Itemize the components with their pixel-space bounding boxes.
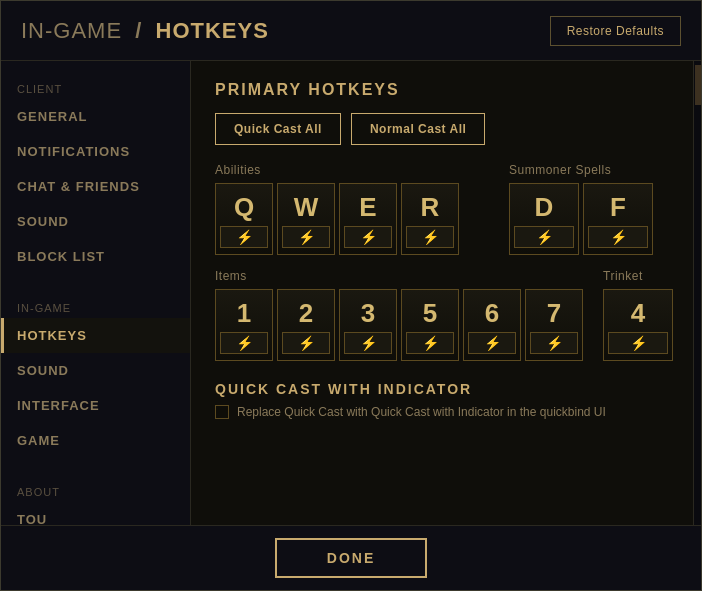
sidebar-item-general[interactable]: GENERAL [1, 99, 190, 134]
abilities-group: Abilities Q ⚡ W ⚡ E ⚡ [215, 163, 489, 255]
key-2-letter: 2 [299, 300, 313, 326]
ability-keys-row: Q ⚡ W ⚡ E ⚡ R ⚡ [215, 183, 489, 255]
sidebar-item-game[interactable]: GAME [1, 423, 190, 458]
summoner-spells-group: Summoner Spells D ⚡ F ⚡ [509, 163, 669, 255]
sidebar-item-notifications[interactable]: NOTIFICATIONS [1, 134, 190, 169]
qci-title: QUICK CAST WITH INDICATOR [215, 381, 669, 397]
key-1-lightning: ⚡ [220, 332, 268, 354]
items-trinket-row: Items 1 ⚡ 2 ⚡ 3 ⚡ [215, 269, 669, 361]
abilities-summoner-row: Abilities Q ⚡ W ⚡ E ⚡ [215, 163, 669, 255]
app-window: IN-GAME / HOTKEYS Restore Defaults Clien… [0, 0, 702, 591]
breadcrumb-slash: / [135, 18, 142, 43]
items-group: Items 1 ⚡ 2 ⚡ 3 ⚡ [215, 269, 583, 361]
key-7-letter: 7 [547, 300, 561, 326]
key-d[interactable]: D ⚡ [509, 183, 579, 255]
key-f-lightning: ⚡ [588, 226, 648, 248]
key-5-letter: 5 [423, 300, 437, 326]
key-1[interactable]: 1 ⚡ [215, 289, 273, 361]
sidebar-item-block-list[interactable]: BLOCK LIST [1, 239, 190, 274]
breadcrumb-ingame: IN-GAME [21, 18, 122, 43]
normal-cast-all-button[interactable]: Normal Cast All [351, 113, 485, 145]
key-d-letter: D [535, 194, 554, 220]
key-r-lightning: ⚡ [406, 226, 454, 248]
key-4[interactable]: 4 ⚡ [603, 289, 673, 361]
key-4-lightning: ⚡ [608, 332, 668, 354]
primary-hotkeys-title: PRIMARY HOTKEYS [215, 81, 669, 99]
key-f[interactable]: F ⚡ [583, 183, 653, 255]
key-w-letter: W [294, 194, 319, 220]
about-section-label: About [1, 474, 190, 502]
key-q-letter: Q [234, 194, 254, 220]
footer: DONE [1, 525, 701, 590]
summoner-spells-label: Summoner Spells [509, 163, 669, 177]
trinket-label: Trinket [603, 269, 673, 283]
key-4-letter: 4 [631, 300, 645, 326]
key-q-lightning: ⚡ [220, 226, 268, 248]
quick-cast-indicator-section: QUICK CAST WITH INDICATOR Replace Quick … [215, 381, 669, 419]
key-e-letter: E [359, 194, 376, 220]
scrollbar-track[interactable] [693, 61, 701, 525]
sidebar-item-tou[interactable]: TOU [1, 502, 190, 525]
trinket-group: Trinket 4 ⚡ [603, 269, 673, 361]
key-2-lightning: ⚡ [282, 332, 330, 354]
key-r-letter: R [421, 194, 440, 220]
key-6-letter: 6 [485, 300, 499, 326]
client-section-label: Client [1, 71, 190, 99]
key-e-lightning: ⚡ [344, 226, 392, 248]
key-1-letter: 1 [237, 300, 251, 326]
key-6[interactable]: 6 ⚡ [463, 289, 521, 361]
key-3-letter: 3 [361, 300, 375, 326]
key-3-lightning: ⚡ [344, 332, 392, 354]
key-w[interactable]: W ⚡ [277, 183, 335, 255]
qci-checkbox[interactable] [215, 405, 229, 419]
trinket-keys-row: 4 ⚡ [603, 289, 673, 361]
key-7[interactable]: 7 ⚡ [525, 289, 583, 361]
sidebar-item-sound-client[interactable]: SOUND [1, 204, 190, 239]
abilities-label: Abilities [215, 163, 489, 177]
key-w-lightning: ⚡ [282, 226, 330, 248]
key-e[interactable]: E ⚡ [339, 183, 397, 255]
cast-buttons-row: Quick Cast All Normal Cast All [215, 113, 669, 145]
key-3[interactable]: 3 ⚡ [339, 289, 397, 361]
key-f-letter: F [610, 194, 626, 220]
breadcrumb-section: HOTKEYS [156, 18, 269, 43]
item-keys-row: 1 ⚡ 2 ⚡ 3 ⚡ 5 ⚡ [215, 289, 583, 361]
ingame-section-label: In-Game [1, 290, 190, 318]
key-q[interactable]: Q ⚡ [215, 183, 273, 255]
scrollbar-thumb[interactable] [695, 65, 701, 105]
restore-defaults-button[interactable]: Restore Defaults [550, 16, 681, 46]
body: Client GENERAL NOTIFICATIONS CHAT & FRIE… [1, 61, 701, 525]
key-5-lightning: ⚡ [406, 332, 454, 354]
summoner-keys-row: D ⚡ F ⚡ [509, 183, 669, 255]
key-7-lightning: ⚡ [530, 332, 578, 354]
sidebar-item-hotkeys[interactable]: HOTKEYS [1, 318, 190, 353]
sidebar-item-sound-ingame[interactable]: SOUND [1, 353, 190, 388]
sidebar: Client GENERAL NOTIFICATIONS CHAT & FRIE… [1, 61, 191, 525]
sidebar-item-interface[interactable]: INTERFACE [1, 388, 190, 423]
key-6-lightning: ⚡ [468, 332, 516, 354]
key-r[interactable]: R ⚡ [401, 183, 459, 255]
done-button[interactable]: DONE [275, 538, 427, 578]
sidebar-item-chat-friends[interactable]: CHAT & FRIENDS [1, 169, 190, 204]
header: IN-GAME / HOTKEYS Restore Defaults [1, 1, 701, 61]
key-5[interactable]: 5 ⚡ [401, 289, 459, 361]
page-title: IN-GAME / HOTKEYS [21, 18, 269, 44]
items-label: Items [215, 269, 583, 283]
qci-checkbox-row: Replace Quick Cast with Quick Cast with … [215, 405, 669, 419]
main-content: PRIMARY HOTKEYS Quick Cast All Normal Ca… [191, 61, 693, 525]
key-2[interactable]: 2 ⚡ [277, 289, 335, 361]
key-d-lightning: ⚡ [514, 226, 574, 248]
quick-cast-all-button[interactable]: Quick Cast All [215, 113, 341, 145]
qci-checkbox-label: Replace Quick Cast with Quick Cast with … [237, 405, 606, 419]
